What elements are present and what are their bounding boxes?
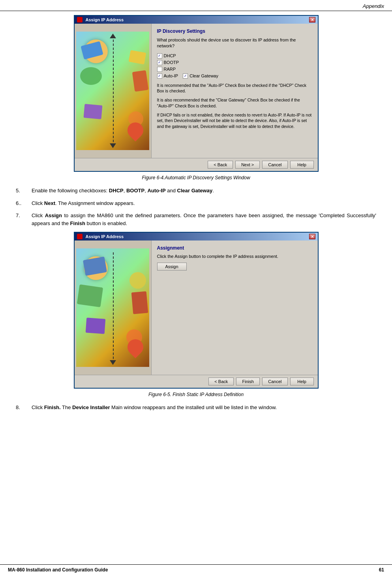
dialog2-finish-button[interactable]: Finish [236, 378, 260, 385]
dialog2-body: Assignment Click the Assign button to co… [75, 241, 318, 375]
cartoon-element5 [84, 104, 103, 119]
cartoon-element8 [129, 272, 146, 289]
step8-list: 8. Click Finish. The Device Installer Ma… [16, 404, 376, 412]
dialog2-titlebar: Assign IP Address ✕ [75, 233, 318, 241]
step6: 6.. Click Next. The Assignment window ap… [16, 199, 376, 207]
footer-guide-title: MA-860 Installation and Configuration Gu… [8, 567, 108, 573]
dashed-line2 [113, 252, 114, 363]
dialog2-titlebar-left: Assign IP Address [77, 234, 124, 239]
inline-checkboxes-row: Auto-IP Clear Gateway [157, 73, 312, 79]
step5-text: Enable the following checkboxes: DHCP, B… [32, 187, 376, 195]
page-header: Appendix [0, 0, 392, 11]
dialog2-assignment-title: Assignment [157, 245, 312, 251]
step8-bold2: Device Installer [72, 404, 110, 410]
dialog1-panel-text: What protocols should the device use to … [157, 37, 312, 49]
checkbox-cleargateway[interactable] [183, 73, 188, 79]
dialog1-left-panel [75, 24, 152, 158]
figure2-caption: Figure 6-5. Finish Static IP Address Def… [16, 392, 376, 397]
cartoon-element4 [132, 70, 149, 92]
step7-number: 7. [16, 212, 27, 227]
checkbox-autoip-row: Auto-IP [157, 73, 178, 79]
dialog2-cancel-button[interactable]: Cancel [262, 378, 287, 385]
cartoon-element6 [128, 111, 143, 126]
step7-text: Click Assign to assign the MA860 unit th… [32, 212, 376, 227]
dialog1-next-button[interactable]: Next > [235, 161, 260, 169]
dialog1-icon [77, 17, 83, 23]
dashed-line1 [113, 36, 114, 146]
checkbox-bootp-label: BOOTP [164, 60, 179, 65]
dialog2-back-button[interactable]: < Back [208, 378, 234, 385]
page-content: Assign IP Address ✕ [0, 15, 392, 440]
checkbox-rarp[interactable] [157, 67, 162, 72]
checkbox-cleargateway-label: Clear Gateway [189, 73, 218, 78]
dialog1-right-panel: IP Discovery Settings What protocols sho… [152, 24, 318, 158]
note2: It is also recommended that the "Clear G… [157, 97, 312, 109]
dialog2-right-panel: Assignment Click the Assign button to co… [152, 241, 318, 375]
checkbox-dhcp[interactable] [157, 53, 162, 58]
dialog1-titlebar-left: Assign IP Address [77, 17, 124, 23]
cartoon-element2 [129, 50, 146, 64]
checkbox-cleargateway-row: Clear Gateway [183, 73, 218, 79]
step8: 8. Click Finish. The Device Installer Ma… [16, 404, 376, 412]
assign-button-container: Assign [157, 263, 312, 271]
page-footer: MA-860 Installation and Configuration Gu… [0, 564, 392, 575]
step8-bold1: Finish. [44, 404, 61, 410]
header-title: Appendix [363, 3, 384, 9]
dialog1-titlebar: Assign IP Address ✕ [75, 16, 318, 24]
cartoon-element10 [131, 291, 148, 314]
step5-number: 5. [16, 187, 27, 195]
assign-button[interactable]: Assign [157, 263, 187, 271]
cartoon-illustration2 [76, 248, 149, 367]
checkbox-autoip[interactable] [157, 73, 162, 79]
dialog1-footer: < Back Next > Cancel Help [75, 158, 318, 171]
checkbox-rarp-label: RARP [164, 67, 176, 71]
dialog2-footer: < Back Finish Cancel Help [75, 375, 318, 388]
dialog2-close-button[interactable]: ✕ [309, 234, 315, 239]
step8-text: Click Finish. The Device Installer Main … [32, 404, 376, 412]
figure1-caption: Figure 6-4.Automatic IP Discovery Settin… [16, 175, 376, 180]
figure1-wrapper: Assign IP Address ✕ [16, 15, 376, 172]
cartoon-element7 [83, 257, 107, 276]
dialog2-left-panel [75, 241, 152, 375]
steps-list: 5. Enable the following checkboxes: DHCP… [16, 187, 376, 227]
checkbox-dhcp-label: DHCP [164, 53, 176, 58]
note1: It is recommended that the "Auto-IP" Che… [157, 83, 312, 94]
dialog2-assignment-desc: Click the Assign button to complete the … [157, 254, 312, 259]
step6-number: 6.. [16, 199, 27, 207]
step5-bold3: Auto-IP [147, 188, 165, 194]
dialog2: Assign IP Address ✕ [74, 232, 319, 389]
cartoon-element1 [81, 41, 103, 60]
dialog1-help-button[interactable]: Help [290, 161, 314, 169]
dialog1-title: Assign IP Address [86, 17, 124, 22]
step7: 7. Click Assign to assign the MA860 unit… [16, 212, 376, 227]
dialog1-body: IP Discovery Settings What protocols sho… [75, 24, 318, 158]
checkbox-bootp[interactable] [157, 60, 162, 65]
checkbox-autoip-label: Auto-IP [164, 73, 178, 78]
dialog2-title: Assign IP Address [86, 234, 124, 239]
step6-text: Click Next. The Assignment window appear… [32, 199, 376, 207]
checkbox-bootp-row: BOOTP [157, 60, 312, 65]
arrow-down2 [110, 360, 116, 365]
dialog1-back-button[interactable]: < Back [208, 161, 233, 169]
step7-bold1: Assign [45, 212, 62, 218]
step5: 5. Enable the following checkboxes: DHCP… [16, 187, 376, 195]
dialog1: Assign IP Address ✕ [74, 15, 319, 172]
dialog1-close-button[interactable]: ✕ [309, 17, 315, 23]
dialog2-help-button[interactable]: Help [290, 378, 314, 385]
step5-bold2: BOOTP [126, 188, 144, 194]
dialog2-icon [77, 234, 83, 239]
footer-page-number: 61 [379, 567, 384, 573]
step6-bold1: Next [44, 200, 55, 206]
arrow-up1 [110, 34, 116, 38]
note3: If DHCP fails or is not enabled, the dev… [157, 112, 312, 130]
step8-number: 8. [16, 404, 27, 412]
cartoon-element3 [80, 67, 102, 85]
step5-bold1: DHCP [109, 188, 124, 194]
dialog1-cancel-button[interactable]: Cancel [262, 161, 287, 169]
cartoon-element11 [86, 318, 106, 334]
dialog1-panel-title: IP Discovery Settings [157, 28, 312, 34]
cartoon-element9 [77, 284, 103, 307]
cartoon-element12 [126, 329, 142, 345]
cartoon-illustration1 [76, 32, 149, 150]
checkbox-rarp-row: RARP [157, 67, 312, 72]
